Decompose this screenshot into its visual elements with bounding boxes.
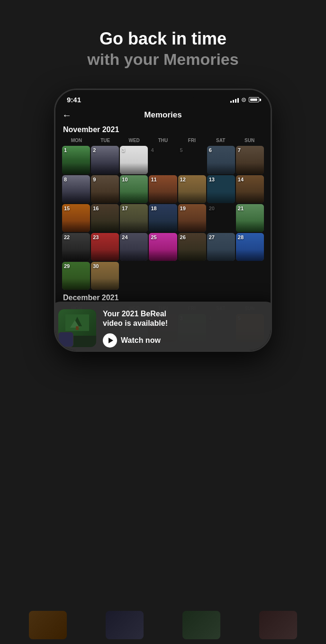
table-row[interactable]: 27 — [207, 233, 235, 261]
november-week1: 1 2 3 4 5 — [62, 146, 264, 174]
table-row[interactable]: 16 — [91, 204, 119, 232]
table-row[interactable]: 1 — [62, 146, 90, 174]
empty-cell — [149, 262, 177, 290]
table-row[interactable]: 26 — [178, 233, 206, 261]
table-row[interactable]: 6 — [207, 146, 235, 174]
table-row[interactable]: 2 — [91, 146, 119, 174]
day-thu: THU — [149, 137, 178, 144]
table-row[interactable]: 8 — [62, 175, 90, 203]
table-row[interactable]: 30 — [91, 262, 119, 290]
day-sun: SUN — [235, 137, 264, 144]
svg-rect-3 — [76, 326, 79, 330]
november-week3: 15 16 17 18 — [62, 204, 264, 232]
empty-cell — [178, 262, 206, 290]
december-label: December 2021 — [62, 294, 264, 302]
status-icons: ⊜ — [230, 96, 259, 103]
signal-bar-2 — [233, 100, 234, 103]
november-section: November 2021 MON TUE WED THU FRI SAT SU… — [62, 125, 264, 290]
november-week2: 8 9 10 11 — [62, 175, 264, 203]
main-title: Go back in time — [87, 28, 238, 49]
day-fri: FRI — [177, 137, 206, 144]
wifi-icon: ⊜ — [241, 96, 246, 103]
table-row[interactable]: 28 — [236, 233, 264, 261]
status-bar: 9:41 ⊜ — [55, 90, 271, 107]
strip-thumb-3 — [182, 611, 220, 639]
table-row[interactable]: 14 — [236, 175, 264, 203]
table-row[interactable]: 25 — [149, 233, 177, 261]
table-row: 20 — [207, 204, 235, 232]
table-row[interactable]: 3 — [120, 146, 148, 174]
table-row[interactable]: 11 — [149, 175, 177, 203]
day-tue: TUE — [91, 137, 120, 144]
strip-thumb-2 — [106, 611, 144, 639]
phone-frame: 9:41 ⊜ ← Memories — [54, 89, 272, 352]
table-row: 4 — [149, 146, 177, 174]
signal-bar-1 — [230, 101, 232, 103]
day-mon: MON — [62, 137, 91, 144]
november-label: November 2021 — [62, 125, 264, 134]
november-week4: 22 23 24 25 — [62, 233, 264, 261]
notification-thumbnail — [58, 309, 96, 347]
notification-title: Your 2021 BeRealvideo is available! — [103, 309, 268, 329]
status-time: 9:41 — [67, 96, 81, 104]
battery-fill — [250, 98, 257, 101]
november-week5: 29 30 — [62, 262, 264, 290]
sub-title: with your Memories — [87, 49, 238, 70]
notification-text: Your 2021 BeRealvideo is available! Watc… — [103, 309, 268, 348]
empty-cell — [236, 262, 264, 290]
play-button[interactable] — [103, 333, 117, 348]
strip-thumb-4 — [259, 611, 297, 639]
table-row[interactable]: 9 — [91, 175, 119, 203]
watch-now-action[interactable]: Watch now — [103, 333, 268, 348]
table-row[interactable]: 15 — [62, 204, 90, 232]
thumb-sub — [58, 332, 73, 347]
table-row: 5 — [178, 146, 206, 174]
table-row[interactable]: 17 — [120, 204, 148, 232]
table-row[interactable]: 12 — [178, 175, 206, 203]
signal-bars — [230, 97, 239, 103]
battery-icon — [249, 97, 259, 102]
empty-cell — [120, 262, 148, 290]
phone-wrapper: 9:41 ⊜ ← Memories — [54, 89, 272, 352]
play-triangle-icon — [109, 338, 113, 343]
signal-bar-3 — [235, 99, 236, 103]
table-row[interactable]: 7 — [236, 146, 264, 174]
watch-now-label[interactable]: Watch now — [121, 336, 161, 345]
bottom-strip — [0, 606, 326, 644]
table-row[interactable]: 13 — [207, 175, 235, 203]
day-sat: SAT — [206, 137, 235, 144]
table-row[interactable]: 21 — [236, 204, 264, 232]
day-wed: WED — [120, 137, 149, 144]
table-row[interactable]: 18 — [149, 204, 177, 232]
notch — [132, 90, 194, 103]
nav-title: Memories — [144, 110, 181, 120]
strip-thumb-1 — [29, 611, 67, 639]
nav-bar: ← Memories — [62, 107, 264, 125]
signal-bar-4 — [237, 98, 239, 103]
table-row[interactable]: 23 — [91, 233, 119, 261]
table-row[interactable]: 29 — [62, 262, 90, 290]
table-row[interactable]: 24 — [120, 233, 148, 261]
header-section: Go back in time with your Memories — [78, 0, 248, 84]
table-row[interactable]: 19 — [178, 204, 206, 232]
empty-cell — [207, 262, 235, 290]
back-button[interactable]: ← — [62, 110, 72, 121]
notification-banner[interactable]: Your 2021 BeRealvideo is available! Watc… — [54, 302, 272, 352]
table-row[interactable]: 10 — [120, 175, 148, 203]
november-day-headers: MON TUE WED THU FRI SAT SUN — [62, 137, 264, 144]
table-row[interactable]: 22 — [62, 233, 90, 261]
